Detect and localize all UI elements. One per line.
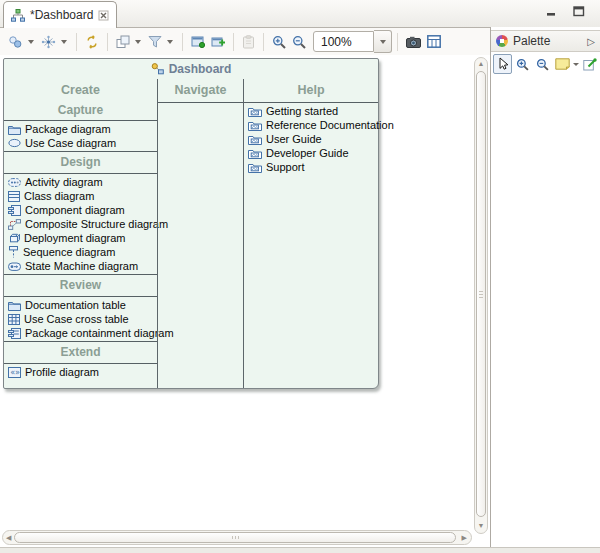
zoom-level-input[interactable]: 100%: [313, 31, 374, 52]
svg-text:«»: «»: [10, 368, 20, 377]
dashboard-item-composite-structure-diagram[interactable]: Composite Structure diagram: [4, 217, 157, 231]
scroll-left-icon[interactable]: ◀: [6, 531, 11, 544]
dashboard-item-component-diagram[interactable]: Component diagram: [4, 203, 157, 217]
activity-diagram-icon: [8, 177, 21, 188]
profile-diagram-icon: «»: [8, 367, 21, 378]
dashboard-item-package-containment-diagram[interactable]: Package containment diagram: [4, 326, 157, 340]
zoom-in-tool[interactable]: [513, 54, 532, 74]
copy-appearance-icon[interactable]: [113, 31, 133, 53]
toolbar-separator: [76, 33, 77, 51]
new-view-icon[interactable]: [208, 31, 228, 53]
toolbar-separator: [182, 33, 183, 51]
filter-icon[interactable]: [145, 31, 165, 53]
package-diagram-icon: [8, 124, 21, 135]
zoom-in-icon[interactable]: [269, 31, 289, 53]
dropdown-arrow-icon[interactable]: [135, 40, 141, 47]
help-folder-icon: [248, 106, 262, 117]
paste-icon: [239, 31, 258, 53]
zoom-in-icon: [516, 58, 529, 71]
section-title: Review: [4, 276, 157, 295]
close-icon[interactable]: [98, 10, 109, 21]
help-item-developer-guide[interactable]: Developer Guide: [244, 146, 378, 160]
item-label: State Machine diagram: [25, 260, 138, 272]
help-item-getting-started[interactable]: Getting started: [244, 104, 378, 118]
dashboard-item-activity-diagram[interactable]: Activity diagram: [4, 175, 157, 189]
divider: [4, 341, 157, 342]
note-tool[interactable]: [553, 54, 572, 74]
section-title: Design: [4, 153, 157, 172]
column-header: Create: [4, 79, 157, 101]
statemachine-diagram-icon: [8, 261, 21, 272]
open-view-icon[interactable]: [188, 31, 208, 53]
snapshot-icon[interactable]: [403, 31, 424, 53]
maximize-icon[interactable]: [573, 6, 585, 17]
item-label: User Guide: [266, 133, 322, 145]
tab-dashboard[interactable]: *Dashboard: [3, 1, 117, 28]
dashboard-item-usecase-cross-table[interactable]: Use Case cross table: [4, 312, 157, 326]
help-item-support[interactable]: Support: [244, 160, 378, 174]
divider: [4, 173, 157, 174]
display-elements-icon[interactable]: [5, 31, 26, 53]
editor-tab-bar: *Dashboard: [0, 0, 600, 28]
dashboard-item-statemachine-diagram[interactable]: State Machine diagram: [4, 259, 157, 273]
diagram-toolbar: 100%: [0, 28, 495, 55]
help-item-user-guide[interactable]: User Guide: [244, 132, 378, 146]
column-header: Navigate: [158, 79, 243, 101]
vertical-scrollbar[interactable]: ▲ ▼: [474, 57, 488, 534]
minimize-icon[interactable]: [546, 7, 557, 17]
dashboard-item-class-diagram[interactable]: Class diagram: [4, 189, 157, 203]
collapse-arrow-icon[interactable]: ▷: [587, 36, 595, 47]
dashboard-item-documentation-table[interactable]: Documentation table: [4, 298, 157, 312]
palette-header[interactable]: Palette ▷: [491, 30, 600, 52]
dashboard-panel: Dashboard Create Capture Package diagram…: [3, 58, 379, 389]
create-diagram-tool[interactable]: [580, 54, 599, 74]
zoom-out-icon: [536, 58, 549, 71]
horizontal-scrollbar[interactable]: ◀ ▶: [2, 530, 472, 545]
dropdown-arrow-icon[interactable]: [28, 40, 34, 47]
scroll-up-icon[interactable]: ▲: [475, 58, 487, 70]
dashboard-item-package-diagram[interactable]: Package diagram: [4, 122, 157, 136]
diagram-canvas[interactable]: Dashboard Create Capture Package diagram…: [0, 55, 474, 530]
sync-icon[interactable]: [82, 31, 102, 53]
divider: [4, 363, 157, 364]
crosstable-icon: [8, 314, 20, 325]
new-diagram-icon: [583, 58, 597, 71]
dashboard-icon: [151, 63, 164, 75]
view-window-controls: [546, 6, 585, 17]
horizontal-scrollbar-thumb[interactable]: [14, 532, 456, 543]
item-label: Use Case cross table: [24, 313, 129, 325]
item-label: Activity diagram: [25, 176, 103, 188]
dashboard-panel-title: Dashboard: [4, 59, 378, 79]
divider: [244, 102, 378, 103]
help-folder-icon: [248, 148, 262, 159]
vertical-scrollbar-thumb[interactable]: [476, 71, 486, 517]
dropdown-arrow-icon[interactable]: [61, 40, 67, 47]
cursor-icon: [497, 57, 509, 71]
item-label: Getting started: [266, 105, 338, 117]
zoom-level-dropdown[interactable]: [374, 30, 392, 53]
zoom-out-icon[interactable]: [289, 31, 309, 53]
zoom-out-tool[interactable]: [533, 54, 552, 74]
dropdown-arrow-icon[interactable]: [573, 63, 579, 69]
select-cursor-tool[interactable]: [493, 54, 512, 74]
help-item-reference-documentation[interactable]: Reference Documentation: [244, 118, 378, 132]
dropdown-arrow-icon[interactable]: [167, 40, 173, 47]
diagram-tab-icon: [11, 9, 25, 22]
component-diagram-icon: [8, 205, 21, 216]
note-icon: [555, 58, 570, 70]
grid-view-icon[interactable]: [424, 31, 444, 53]
item-label: Sequence diagram: [23, 246, 115, 258]
scroll-down-icon[interactable]: ▼: [475, 520, 487, 532]
dashboard-item-sequence-diagram[interactable]: Sequence diagram: [4, 245, 157, 259]
toolbar-separator: [107, 33, 108, 51]
class-diagram-icon: [8, 191, 20, 202]
status-bar: [0, 547, 600, 553]
dashboard-item-profile-diagram[interactable]: «» Profile diagram: [4, 365, 157, 379]
dashboard-item-deployment-diagram[interactable]: Deployment diagram: [4, 231, 157, 245]
arrange-graph-icon[interactable]: [38, 31, 59, 53]
application-window: *Dashboard: [0, 0, 600, 553]
toolbar-separator: [263, 33, 264, 51]
scroll-right-icon[interactable]: ▶: [462, 531, 467, 544]
dashboard-title-label: Dashboard: [169, 62, 232, 76]
dashboard-item-usecase-diagram[interactable]: Use Case diagram: [4, 136, 157, 150]
